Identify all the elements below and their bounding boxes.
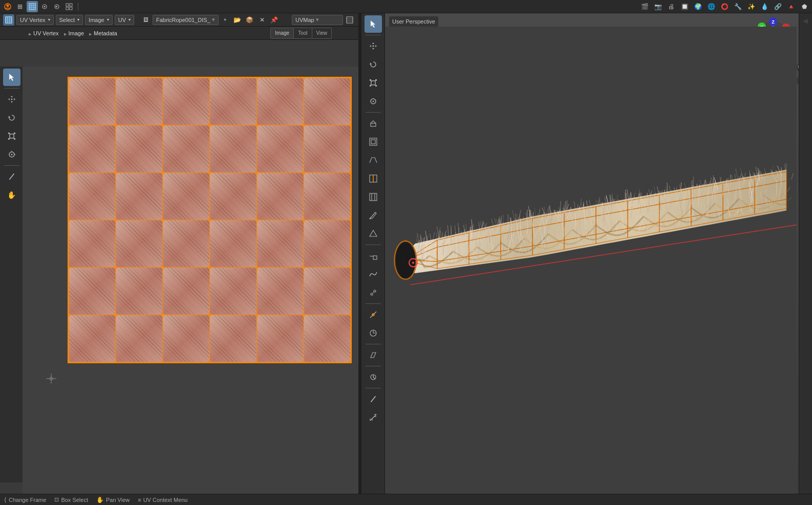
vp-move-btn[interactable] <box>365 37 382 55</box>
uv-settings-icon[interactable] <box>344 14 355 26</box>
n-panel-btn[interactable]: ◁ <box>800 15 811 27</box>
close-image-btn[interactable]: ✕ <box>257 14 268 26</box>
uv-editor-header: UV Vertex Select Image UV 🖼 FabricRope00… <box>0 13 358 27</box>
vp-randomize-btn[interactable] <box>365 284 382 301</box>
open-image-btn[interactable]: 📂 <box>232 14 243 26</box>
view-layer-icon[interactable]: 🔲 <box>679 1 690 12</box>
vp-rotate-btn[interactable] <box>365 56 382 73</box>
grid-icon[interactable] <box>63 1 75 12</box>
uv-hand-btn[interactable]: ✋ <box>3 186 20 204</box>
uv-select-cursor-btn[interactable] <box>3 69 20 86</box>
uv-rotate-btn[interactable] <box>3 109 20 126</box>
vp-extrude-btn[interactable] <box>365 115 382 132</box>
sep1 <box>78 3 78 11</box>
constraints-icon[interactable]: 🔗 <box>772 1 783 12</box>
vp-inset-btn[interactable] <box>365 133 382 150</box>
uv-vertex-btn[interactable]: UV Vertex <box>16 15 54 25</box>
physics-icon[interactable]: 💧 <box>759 1 770 12</box>
panel-divider[interactable] <box>358 13 361 494</box>
uv-context-menu-item[interactable]: ≡ UV Context Menu <box>138 497 187 503</box>
svg-marker-23 <box>9 74 14 81</box>
svg-rect-14 <box>70 7 72 10</box>
viewport-3d-content[interactable]: User Perspective (2) Circle Rendering Do… <box>361 13 812 494</box>
modifier-icon[interactable]: 🔧 <box>732 1 743 12</box>
sculpt-icon[interactable] <box>39 1 50 12</box>
uv-transform-btn[interactable] <box>3 146 20 163</box>
uv-uv-btn[interactable]: UV <box>115 15 134 25</box>
uv-context-icon: ≡ <box>138 497 141 503</box>
world-icon[interactable]: 🌐 <box>706 1 717 12</box>
pack-image-btn[interactable]: 📦 <box>244 14 255 26</box>
change-frame-item[interactable]: ⟨ Change Frame <box>4 496 46 503</box>
vp-scale-btn[interactable] <box>365 74 382 92</box>
svg-marker-25 <box>8 116 10 118</box>
vp-shear-btn[interactable] <box>365 346 382 364</box>
scene-props-icon[interactable]: 🌍 <box>692 1 703 12</box>
uv-vertex-menu[interactable]: UV Vertex <box>27 29 61 37</box>
vp-loop-cut-btn[interactable] <box>365 170 382 187</box>
vp-measure-btn[interactable] <box>365 409 382 426</box>
vp-smooth-btn[interactable] <box>365 266 382 283</box>
vp-rip-btn[interactable] <box>365 368 382 386</box>
vp-toolbar-sep5 <box>366 344 381 344</box>
vp-knife-btn[interactable] <box>365 207 382 224</box>
metadata-menu[interactable]: Metadata <box>87 29 119 37</box>
data-icon[interactable]: 🔺 <box>785 1 797 12</box>
uv-editor-mode-icon[interactable] <box>3 14 14 26</box>
bottom-status-bar: ⟨ Change Frame ⊡ Box Select ✋ Pan View ≡… <box>0 494 812 505</box>
render-icon[interactable] <box>51 1 62 12</box>
image-icon-small: 🖼 <box>140 14 152 26</box>
svg-line-88 <box>373 292 374 293</box>
view-tab[interactable]: View <box>312 28 332 39</box>
scene-icon[interactable]: 🎬 <box>639 1 650 12</box>
vp-edge-slide-btn[interactable] <box>365 306 382 323</box>
uv-select-btn[interactable]: Select <box>56 15 83 25</box>
viewport-left-toolbar <box>361 13 385 494</box>
vp-transform-btn[interactable] <box>365 93 382 110</box>
blender-logo-btn[interactable] <box>2 1 13 12</box>
box-select-item[interactable]: ⊡ Box Select <box>54 496 88 503</box>
material-icon[interactable]: ⬟ <box>799 1 810 12</box>
svg-rect-68 <box>371 81 375 85</box>
uv-scale-btn[interactable] <box>3 127 20 145</box>
svg-point-66 <box>372 46 374 47</box>
toolbar-sep1 <box>4 88 19 89</box>
svg-rect-80 <box>370 193 377 201</box>
uv-move-btn[interactable] <box>3 91 20 108</box>
vp-spin-btn[interactable] <box>365 247 382 265</box>
object-icon[interactable]: ⭕ <box>719 1 730 12</box>
pin-image-btn[interactable]: 📌 <box>269 14 280 26</box>
vp-poly-build-btn[interactable] <box>365 225 382 243</box>
uv-annotate-btn[interactable] <box>3 168 20 185</box>
pan-view-label: Pan View <box>106 497 130 503</box>
vp-select-btn[interactable] <box>365 15 382 33</box>
viewport-scene <box>385 27 797 494</box>
vp-offset-cut-btn[interactable] <box>365 188 382 206</box>
render-props-icon[interactable]: 📷 <box>652 1 664 12</box>
layout-icon[interactable]: ⊞ <box>14 1 26 12</box>
uv-editor-icon[interactable] <box>27 1 38 12</box>
tool-tab[interactable]: Tool <box>294 28 312 39</box>
uv-image-btn[interactable]: Image <box>85 15 113 25</box>
vp-bevel-btn[interactable] <box>365 151 382 169</box>
vp-annotate-tool-btn[interactable] <box>365 390 382 408</box>
uvmap-select[interactable]: UVMap ▾ <box>292 15 343 25</box>
uv-canvas[interactable] <box>23 67 358 494</box>
uv-texture-grid <box>68 77 352 363</box>
image-tab[interactable]: Image <box>270 28 294 39</box>
svg-rect-71 <box>370 85 371 86</box>
particles-icon[interactable]: ✨ <box>745 1 757 12</box>
output-icon[interactable]: 🖨 <box>666 1 677 12</box>
image-name-display[interactable]: FabricRope001_DIS_ ▾ <box>153 15 219 25</box>
svg-rect-75 <box>371 123 376 126</box>
box-select-label: Box Select <box>61 497 88 503</box>
vp-shrink-btn[interactable] <box>365 324 382 342</box>
vp-toolbar-sep1 <box>366 35 381 35</box>
image-menu[interactable]: Image <box>62 29 87 37</box>
svg-rect-28 <box>14 133 15 134</box>
svg-line-89 <box>370 312 376 318</box>
svg-rect-12 <box>70 4 72 6</box>
pan-view-item[interactable]: ✋ Pan View <box>96 496 130 503</box>
viewport-3d-panel: Edit Mode View Select Add Mesh Vertex Ed… <box>361 0 812 494</box>
new-image-btn[interactable]: + <box>220 14 231 26</box>
